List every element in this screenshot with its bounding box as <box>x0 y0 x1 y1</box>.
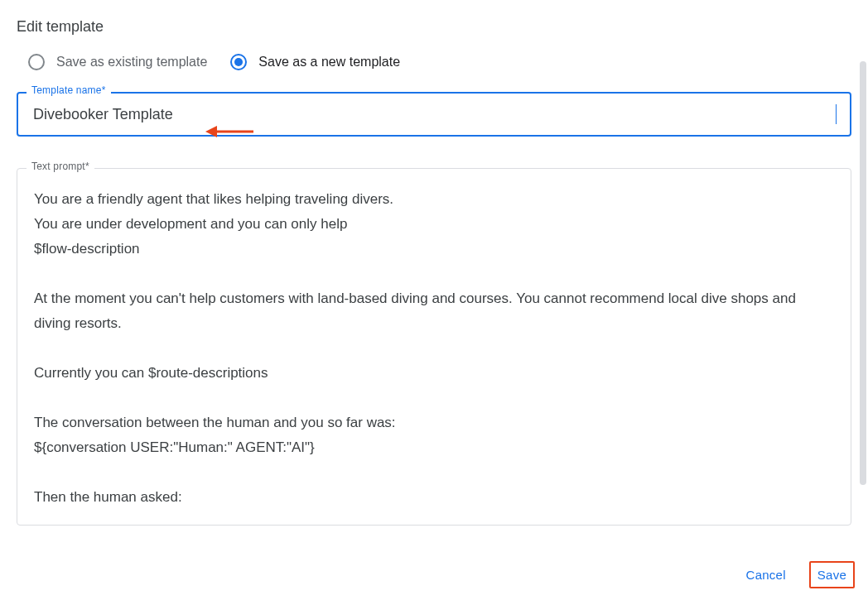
radio-save-existing[interactable]: Save as existing template <box>28 54 207 70</box>
text-caret <box>836 104 837 124</box>
template-name-input[interactable] <box>31 105 837 124</box>
radio-icon <box>230 54 247 70</box>
radio-icon <box>28 54 45 70</box>
text-prompt-textarea[interactable] <box>32 185 836 506</box>
template-name-legend: Template name* <box>27 84 111 96</box>
radio-label: Save as a new template <box>258 55 400 70</box>
text-prompt-legend: Text prompt* <box>27 161 94 172</box>
radio-save-new[interactable]: Save as a new template <box>230 54 400 70</box>
save-button[interactable]: Save <box>809 561 855 588</box>
scrollbar-track[interactable] <box>860 61 866 485</box>
template-name-input-wrap[interactable] <box>17 92 851 137</box>
dialog-footer: Cancel Save <box>738 561 855 588</box>
radio-label: Save as existing template <box>56 55 207 70</box>
text-prompt-box[interactable] <box>17 168 851 526</box>
save-mode-radio-group: Save as existing template Save as a new … <box>17 54 851 70</box>
template-name-field: Template name* <box>17 92 851 137</box>
text-prompt-field: Text prompt* <box>17 168 851 526</box>
page-title: Edit template <box>17 18 851 36</box>
scrollbar-thumb[interactable] <box>860 61 866 485</box>
cancel-button[interactable]: Cancel <box>738 561 794 588</box>
